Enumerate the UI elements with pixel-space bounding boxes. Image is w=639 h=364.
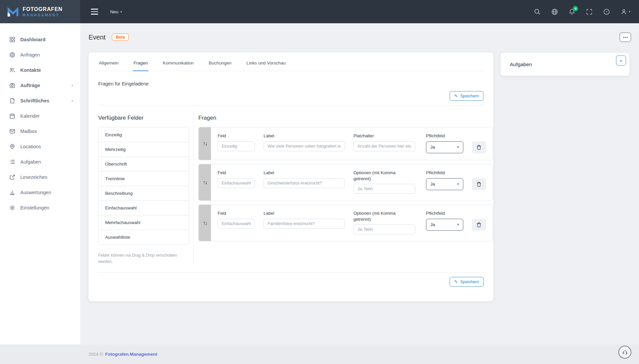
delete-question-button[interactable] (472, 219, 486, 231)
builder-columns: Verfügbare Felder Einzeilig Mehrzeilig Ü… (98, 111, 484, 265)
bar-chart-icon (9, 189, 15, 195)
fullscreen-button[interactable] (586, 8, 593, 15)
save-button[interactable]: ✎ Speichern (450, 277, 484, 287)
sidebar-item-dashboard[interactable]: Dashboard (0, 32, 80, 47)
field-item-auswahlliste[interactable]: Auswahlliste (99, 230, 189, 244)
footer: 2024 © Fotografen.Management (0, 344, 639, 364)
notifications-button[interactable]: 0 (568, 8, 575, 15)
app-logo[interactable]: FOTOGRAFEN MANAGEMENT (0, 0, 80, 23)
gear-icon (9, 205, 15, 211)
optionen-label: Optionen (mit Komma getrennt) (353, 170, 403, 182)
user-menu-button[interactable]: ▾ (620, 8, 630, 15)
field-item-mehrfachauswahl[interactable]: Mehrfachauswahl (99, 215, 189, 230)
sidebar-item-auftraege[interactable]: Aufträge › (0, 78, 80, 93)
save-button[interactable]: ✎ Speichern (450, 91, 484, 101)
field-item-einzeilig[interactable]: Einzeilig (99, 127, 189, 142)
navbar-actions: 0 ? ▾ (534, 8, 630, 15)
calendar-icon (9, 113, 15, 119)
add-task-button[interactable]: + (616, 56, 626, 65)
save-row-top: ✎ Speichern (98, 91, 484, 101)
feld-label: Feld (218, 210, 255, 216)
notification-count-badge: 0 (573, 6, 578, 11)
drag-handle[interactable]: ↑↓ (199, 164, 211, 200)
trash-icon (477, 145, 481, 150)
user-icon (620, 8, 627, 15)
footer-brand-link[interactable]: Fotografen.Management (105, 352, 157, 357)
sidebar-item-label: Auswertungen (20, 190, 51, 195)
delete-question-button[interactable] (472, 178, 486, 190)
main-content: Event Beta Allgemein Fragen Kommunikatio… (80, 23, 639, 344)
optionen-input[interactable] (353, 224, 415, 234)
save-row-bottom: ✎ Speichern (98, 277, 484, 287)
tasks-heading: Aufgaben (510, 61, 532, 67)
label-label: Label (264, 210, 345, 216)
ellipsis-icon (623, 37, 624, 38)
neu-dropdown[interactable]: Neu ▾ (110, 9, 122, 14)
label-input[interactable] (264, 178, 345, 188)
drag-handle[interactable]: ↑↓ (199, 205, 211, 241)
tab-kommunikation[interactable]: Kommunikation (162, 61, 194, 71)
sidebar-item-aufgaben[interactable]: Aufgaben (0, 154, 80, 170)
svg-text:?: ? (606, 10, 608, 14)
field-item-trennlinie[interactable]: Trennlinie (99, 171, 189, 186)
sidebar-item-label: Dashboard (20, 37, 46, 42)
hamburger-menu-button[interactable] (89, 7, 100, 17)
drag-handle[interactable]: ↑↓ (199, 127, 211, 160)
optionen-input[interactable] (353, 184, 415, 194)
page-header: Event Beta (89, 33, 631, 42)
field-item-beschreibung[interactable]: Beschreibung (99, 186, 189, 200)
tab-fragen[interactable]: Fragen (133, 61, 148, 71)
sidebar-item-locations[interactable]: Locations (0, 139, 80, 154)
tab-links-und-vorschau[interactable]: Links und Vorschau (246, 61, 286, 71)
sidebar-item-einstellungen[interactable]: Einstellungen (0, 200, 80, 215)
sidebar-item-auswertungen[interactable]: Auswertungen (0, 185, 80, 200)
sidebar-nav: Dashboard Anfragen Kontakte Aufträge › S… (0, 23, 80, 344)
support-chat-button[interactable] (618, 346, 631, 359)
pencil-icon: ✎ (454, 279, 458, 284)
field-item-einfachauswahl[interactable]: Einfachauswahl (99, 200, 189, 215)
chevron-down-icon: ▾ (457, 145, 459, 149)
sidebar-item-kontakte[interactable]: Kontakte (0, 62, 80, 78)
field-item-ueberschrift[interactable]: Überschrift (99, 157, 189, 171)
more-options-button[interactable] (620, 33, 631, 42)
help-button[interactable]: ? (603, 8, 610, 15)
sidebar-item-schriftliches[interactable]: Schriftliches › (0, 93, 80, 108)
pflichtfeld-select[interactable]: Ja ▾ (426, 141, 463, 153)
question-row: ↑↓ Feld Label (198, 204, 493, 241)
sort-arrows-icon: ↑↓ (203, 180, 207, 185)
pflichtfeld-label: Pflichtfeld (426, 170, 463, 176)
globe-icon (551, 8, 558, 15)
questions-heading: Fragen (198, 115, 493, 121)
language-button[interactable] (551, 8, 558, 15)
logo-line1: FOTOGRAFEN (23, 6, 63, 12)
camera-icon (9, 82, 15, 88)
beta-badge: Beta (112, 34, 129, 41)
sidebar-item-kalender[interactable]: Kalender (0, 108, 80, 124)
label-input[interactable] (264, 141, 345, 151)
sidebar-item-label: Lesezeichen (20, 175, 47, 180)
feld-input[interactable] (218, 178, 255, 188)
chevron-down-icon: ▾ (457, 222, 459, 227)
sidebar-item-anfragen[interactable]: Anfragen (0, 47, 80, 62)
label-input[interactable] (264, 219, 345, 229)
delete-question-button[interactable] (472, 141, 486, 153)
sidebar-item-label: Einstellungen (20, 205, 49, 210)
platzhalter-input[interactable] (353, 141, 415, 151)
feld-input[interactable] (218, 219, 255, 229)
chevron-right-icon: › (72, 83, 73, 88)
sidebar-item-label: Aufgaben (20, 159, 41, 165)
tab-allgemein[interactable]: Allgemein (98, 61, 119, 71)
label-label: Label (264, 170, 345, 176)
field-item-mehrzeilig[interactable]: Mehrzeilig (99, 142, 189, 157)
tab-buchungen[interactable]: Buchungen (208, 61, 232, 71)
feld-input[interactable] (218, 141, 255, 151)
fullscreen-icon (586, 8, 593, 15)
help-icon: ? (603, 8, 610, 15)
sidebar-item-lesezeichen[interactable]: Lesezeichen (0, 170, 80, 185)
pflichtfeld-select[interactable]: Ja ▾ (426, 178, 463, 190)
pflichtfeld-select[interactable]: Ja ▾ (426, 219, 463, 231)
document-icon (9, 98, 15, 104)
sidebar-item-label: Locations (20, 144, 41, 149)
sidebar-item-mailbox[interactable]: Mailbox (0, 124, 80, 139)
search-button[interactable] (534, 8, 541, 15)
